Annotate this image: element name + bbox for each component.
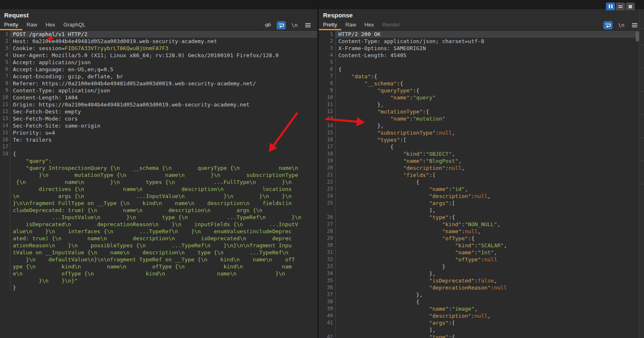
response-scrollbar-thumb[interactable] (636, 31, 639, 41)
response-code-row[interactable]: ], (319, 207, 644, 214)
request-code-row[interactable]: isDeprecated\n deprecationReason\n }\n i… (0, 221, 317, 228)
request-code-row[interactable]: 9Content-Type: application/json (0, 87, 317, 94)
response-code-row[interactable]: 24 "description":null, (319, 193, 644, 200)
response-code-row[interactable]: 26 "type":{ (319, 214, 644, 221)
response-code-row[interactable]: 22 { (319, 179, 644, 186)
request-code-row[interactable]: {\n name\n }\n types {\n ...FullType\n }… (0, 179, 317, 186)
request-code-row[interactable]: 7Accept-Encoding: gzip, deflate, br (0, 73, 317, 80)
response-code-row[interactable]: 34 }, (319, 270, 644, 277)
response-code-row[interactable]: 42 "type":{ (319, 333, 644, 338)
request-code-row[interactable]: ationReason\n }\n possibleTypes {\n ...T… (0, 242, 317, 249)
request-tab-raw[interactable]: Raw (22, 20, 41, 30)
response-code-row[interactable]: 5 (319, 59, 644, 66)
response-tab-hex[interactable]: Hex (360, 20, 378, 30)
response-code-row[interactable]: 15 "subscriptionType":null, (319, 129, 644, 136)
response-code-row[interactable]: 30 "kind":"SCALAR", (319, 242, 644, 249)
response-code-row[interactable]: 2Content-Type: application/json; charset… (319, 38, 644, 45)
request-code-row[interactable]: 18{ (0, 150, 317, 157)
response-code-row[interactable]: 40 "description":null, (319, 312, 644, 319)
response-tab-raw[interactable]: Raw (341, 20, 360, 30)
request-tab-pretty[interactable]: Pretty (0, 20, 22, 30)
request-code-row[interactable]: directives {\n name\n description\n loca… (0, 186, 317, 193)
request-code-row[interactable]: }\n mutationType {\n name\n }\n subscrip… (0, 171, 317, 179)
response-code-row[interactable]: 10 "name":"query" (319, 94, 644, 101)
lines-button[interactable] (616, 2, 625, 10)
request-code-row[interactable]: 8Referer: https://0a2100e404b4e49481d052… (0, 80, 317, 87)
request-code-row[interactable]: 14Sec-Fetch-Site: same-origin (0, 122, 317, 129)
request-code-row[interactable]: "query IntrospectionQuery {\n __schema {… (0, 164, 317, 171)
request-code-row[interactable]: alue\n }\n interfaces {\n ...TypeRef\n }… (0, 228, 317, 235)
response-code-row[interactable]: 1HTTP/2 200 OK (319, 31, 644, 38)
request-code-row[interactable]: 13Sec-Fetch-Mode: cors (0, 115, 317, 122)
word-wrap-icon[interactable] (603, 21, 613, 29)
response-code-row[interactable]: 20 "description":null, (319, 164, 644, 171)
request-code-row[interactable]: 16Te: trailers (0, 136, 317, 143)
response-code-row[interactable]: 28 "name":null, (319, 228, 644, 235)
response-code-row[interactable]: 21 "fields":[ (319, 171, 644, 179)
response-code-row[interactable]: 8 "__schema":{ (319, 80, 644, 87)
response-code-row[interactable]: 12 "mutationType":{ (319, 108, 644, 115)
request-code-row[interactable]: 3Cookie: session=FIDG7A33VTryybrLT6KQwuB… (0, 45, 317, 52)
response-code-row[interactable]: 11 }, (319, 101, 644, 108)
response-code-row[interactable]: 16 "types":[ (319, 136, 644, 143)
response-code-row[interactable]: 23 "name":"id", (319, 186, 644, 193)
request-code-row[interactable]: 1POST /graphql/v1 HTTP/2 (0, 31, 317, 38)
response-code-row[interactable]: 36 "deprecationReason":null (319, 284, 644, 291)
request-code-row[interactable]: 4User-Agent: Mozilla/5.0 (X11; Linux x86… (0, 52, 317, 59)
menu-icon[interactable] (630, 21, 639, 29)
request-code-row[interactable]: ype {\n kind\n name\n ofType {\n kind\n … (0, 263, 317, 270)
response-code-row[interactable]: 6{ (319, 66, 644, 73)
request-code-row[interactable]: }\n\nfragment FullType on __Type {\n kin… (0, 200, 317, 207)
response-code-row[interactable]: 33 } (319, 263, 644, 270)
request-code-row[interactable]: 15Priority: u=4 (0, 129, 317, 136)
stop-button[interactable] (626, 2, 635, 10)
request-code-row[interactable]: ...InputValue\n }\n type {\n ...TypeRef\… (0, 214, 317, 221)
request-editor[interactable]: 1POST /graphql/v1 HTTP/22Host: 0a2100e40… (0, 31, 317, 338)
response-editor[interactable]: 1HTTP/2 200 OK2Content-Type: application… (319, 31, 644, 338)
newline-icon[interactable]: \n (290, 21, 299, 29)
response-code-row[interactable]: 41 "args":[ (319, 319, 644, 326)
request-code-row[interactable]: 12Sec-Fetch-Dest: empty (0, 108, 317, 115)
response-code-row[interactable]: 18 "kind":"OBJECT", (319, 150, 644, 157)
request-code-row[interactable]: e\n ofType {\n kind\n name\n }\n (0, 270, 317, 277)
request-code-row[interactable]: tValue on __InputValue {\n name\n descri… (0, 249, 317, 256)
response-code-row[interactable]: 37 }, (319, 291, 644, 298)
response-code-row[interactable]: 19 "name":"BlogPost", (319, 157, 644, 164)
request-tab-graphql[interactable]: GraphQL (59, 20, 89, 30)
response-code-row[interactable]: 17 { (319, 143, 644, 150)
request-code-row[interactable]: 11Origin: https://0a2100e404b4e49481d052… (0, 101, 317, 108)
response-code-row[interactable]: 27 "kind":"NON_NULL", (319, 221, 644, 228)
response-scrollbar-track[interactable] (639, 9, 644, 338)
request-code-row[interactable]: 5Accept: application/json (0, 59, 317, 66)
response-code-row[interactable]: 9 "queryType":{ (319, 87, 644, 94)
response-code-row[interactable]: 35 "isDeprecated":false, (319, 277, 644, 284)
menu-icon[interactable] (303, 21, 312, 29)
response-tab-pretty[interactable]: Pretty (319, 20, 341, 30)
eye-off-icon[interactable] (263, 21, 273, 29)
request-tab-hex[interactable]: Hex (41, 20, 59, 30)
request-code-row[interactable]: 17 (0, 143, 317, 150)
response-code-row[interactable]: 31 "name":"Int", (319, 249, 644, 256)
response-code-row[interactable]: 4Content-Length: 45405 (319, 52, 644, 59)
request-code-row[interactable]: } (0, 284, 317, 291)
request-code-row[interactable]: 6Accept-Language: en-US,en;q=0.5 (0, 66, 317, 73)
response-code-row[interactable]: 3X-Frame-Options: SAMEORIGIN (319, 45, 644, 52)
response-code-row[interactable]: 39 "name":"image", (319, 305, 644, 312)
response-code-row[interactable]: ], (319, 326, 644, 333)
pause-button[interactable] (606, 2, 615, 10)
response-code-row[interactable]: 25 "args":[ (319, 200, 644, 207)
request-code-row[interactable]: }\n }\n}" (0, 277, 317, 284)
request-code-row[interactable]: }\n defaultValue\n}\n\nfragment TypeRef … (0, 256, 317, 263)
request-code-row[interactable]: cludeDeprecated: true) {\n name\n descri… (0, 207, 317, 214)
request-code-row[interactable]: "query": (0, 157, 317, 164)
newline-icon[interactable]: \n (617, 21, 626, 29)
request-code-row[interactable]: 10Content-Length: 1404 (0, 94, 317, 101)
response-code-row[interactable]: 29 "ofType":{ (319, 235, 644, 242)
response-code-row[interactable]: 13 "name":"mutation" (319, 115, 644, 122)
response-code-row[interactable]: 32 "ofType":null (319, 256, 644, 263)
response-code-row[interactable]: 38 { (319, 298, 644, 305)
request-code-row[interactable]: ated: true) {\n name\n description\n isD… (0, 235, 317, 242)
response-code-row[interactable]: 14 }, (319, 122, 644, 129)
request-code-row[interactable]: 2Host: 0a2100e404b4e49481d052aa003d0019.… (0, 38, 317, 45)
response-code-row[interactable]: 7 "data":{ (319, 73, 644, 80)
